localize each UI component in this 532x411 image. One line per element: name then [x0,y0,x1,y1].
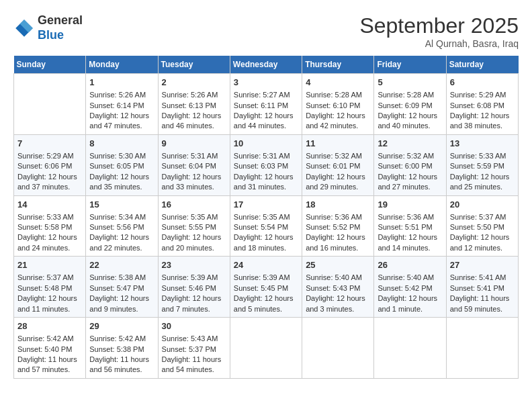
day-number: 12 [378,138,442,150]
day-info: Sunrise: 5:37 AMSunset: 5:50 PMDaylight:… [450,213,510,252]
day-number: 22 [89,259,154,271]
day-info: Sunrise: 5:28 AMSunset: 6:09 PMDaylight:… [378,91,437,130]
day-info: Sunrise: 5:39 AMSunset: 5:45 PMDaylight:… [234,273,294,312]
month-title: September 2025 [359,13,519,38]
day-info: Sunrise: 5:42 AMSunset: 5:38 PMDaylight:… [89,334,149,373]
calendar-cell: 19Sunrise: 5:36 AMSunset: 5:51 PMDayligh… [374,195,446,257]
calendar-cell: 29Sunrise: 5:42 AMSunset: 5:38 PMDayligh… [86,318,158,379]
logo-icon [13,17,35,39]
calendar-cell: 10Sunrise: 5:31 AMSunset: 6:03 PMDayligh… [230,134,302,195]
day-header-thursday: Thursday [302,56,374,74]
logo: General Blue [13,13,83,42]
calendar-week-row: 1Sunrise: 5:26 AMSunset: 6:14 PMDaylight… [14,74,519,135]
day-number: 23 [162,259,226,271]
calendar-cell: 22Sunrise: 5:38 AMSunset: 5:47 PMDayligh… [86,257,158,318]
day-number: 13 [450,138,515,150]
title-block: September 2025 Al Qurnah, Basra, Iraq [359,13,519,49]
day-number: 14 [17,199,82,211]
day-number: 2 [162,77,226,89]
day-number: 16 [162,199,226,211]
day-info: Sunrise: 5:40 AMSunset: 5:42 PMDaylight:… [378,273,437,312]
day-header-saturday: Saturday [446,56,518,74]
calendar-cell: 7Sunrise: 5:29 AMSunset: 6:06 PMDaylight… [14,134,86,195]
day-header-tuesday: Tuesday [158,56,230,74]
day-number: 4 [306,77,370,89]
day-header-monday: Monday [86,56,158,74]
logo-text: General Blue [38,13,83,42]
day-info: Sunrise: 5:35 AMSunset: 5:54 PMDaylight:… [234,213,294,252]
day-number: 19 [378,199,442,211]
day-info: Sunrise: 5:33 AMSunset: 5:58 PMDaylight:… [17,213,77,252]
calendar-cell [302,318,374,379]
day-info: Sunrise: 5:37 AMSunset: 5:48 PMDaylight:… [17,273,77,312]
day-header-sunday: Sunday [14,56,86,74]
day-info: Sunrise: 5:43 AMSunset: 5:37 PMDaylight:… [162,334,222,373]
day-info: Sunrise: 5:32 AMSunset: 6:01 PMDaylight:… [306,152,365,191]
calendar-cell: 18Sunrise: 5:36 AMSunset: 5:52 PMDayligh… [302,195,374,257]
calendar-cell: 30Sunrise: 5:43 AMSunset: 5:37 PMDayligh… [158,318,230,379]
day-info: Sunrise: 5:28 AMSunset: 6:10 PMDaylight:… [306,91,365,130]
calendar-header-row: SundayMondayTuesdayWednesdayThursdayFrid… [14,56,519,74]
day-number: 24 [234,259,298,271]
day-header-friday: Friday [374,56,446,74]
day-number: 20 [450,199,515,211]
day-number: 5 [378,77,442,89]
day-info: Sunrise: 5:27 AMSunset: 6:11 PMDaylight:… [234,91,294,130]
calendar-cell: 4Sunrise: 5:28 AMSunset: 6:10 PMDaylight… [302,74,374,135]
day-number: 11 [306,138,370,150]
page-header: General Blue September 2025 Al Qurnah, B… [13,13,519,49]
calendar-cell: 27Sunrise: 5:41 AMSunset: 5:41 PMDayligh… [446,257,518,318]
day-info: Sunrise: 5:30 AMSunset: 6:05 PMDaylight:… [89,152,149,191]
calendar-cell: 9Sunrise: 5:31 AMSunset: 6:04 PMDaylight… [158,134,230,195]
day-number: 29 [89,320,154,332]
calendar-cell [230,318,302,379]
calendar-cell: 21Sunrise: 5:37 AMSunset: 5:48 PMDayligh… [14,257,86,318]
calendar-cell: 11Sunrise: 5:32 AMSunset: 6:01 PMDayligh… [302,134,374,195]
day-info: Sunrise: 5:36 AMSunset: 5:52 PMDaylight:… [306,213,365,252]
day-info: Sunrise: 5:38 AMSunset: 5:47 PMDaylight:… [89,273,149,312]
day-number: 28 [17,320,82,332]
day-number: 17 [234,199,298,211]
calendar-cell: 24Sunrise: 5:39 AMSunset: 5:45 PMDayligh… [230,257,302,318]
calendar-week-row: 14Sunrise: 5:33 AMSunset: 5:58 PMDayligh… [14,195,519,257]
day-number: 1 [89,77,154,89]
day-number: 21 [17,259,82,271]
calendar-cell [374,318,446,379]
calendar-cell: 26Sunrise: 5:40 AMSunset: 5:42 PMDayligh… [374,257,446,318]
calendar-week-row: 21Sunrise: 5:37 AMSunset: 5:48 PMDayligh… [14,257,519,318]
day-number: 8 [89,138,154,150]
day-number: 30 [162,320,226,332]
calendar-cell: 1Sunrise: 5:26 AMSunset: 6:14 PMDaylight… [86,74,158,135]
day-info: Sunrise: 5:31 AMSunset: 6:04 PMDaylight:… [162,152,222,191]
day-info: Sunrise: 5:33 AMSunset: 5:59 PMDaylight:… [450,152,510,191]
day-number: 10 [234,138,298,150]
day-number: 3 [234,77,298,89]
day-number: 7 [17,138,82,150]
calendar-cell [14,74,86,135]
day-number: 6 [450,77,515,89]
location: Al Qurnah, Basra, Iraq [359,38,519,49]
calendar-cell: 3Sunrise: 5:27 AMSunset: 6:11 PMDaylight… [230,74,302,135]
calendar-week-row: 28Sunrise: 5:42 AMSunset: 5:40 PMDayligh… [14,318,519,379]
calendar-cell: 14Sunrise: 5:33 AMSunset: 5:58 PMDayligh… [14,195,86,257]
day-info: Sunrise: 5:29 AMSunset: 6:08 PMDaylight:… [450,91,510,130]
day-info: Sunrise: 5:39 AMSunset: 5:46 PMDaylight:… [162,273,222,312]
calendar-cell: 6Sunrise: 5:29 AMSunset: 6:08 PMDaylight… [446,74,518,135]
day-info: Sunrise: 5:32 AMSunset: 6:00 PMDaylight:… [378,152,437,191]
day-number: 9 [162,138,226,150]
calendar-cell: 12Sunrise: 5:32 AMSunset: 6:00 PMDayligh… [374,134,446,195]
day-header-wednesday: Wednesday [230,56,302,74]
day-number: 15 [89,199,154,211]
calendar-cell: 20Sunrise: 5:37 AMSunset: 5:50 PMDayligh… [446,195,518,257]
day-info: Sunrise: 5:40 AMSunset: 5:43 PMDaylight:… [306,273,365,312]
day-info: Sunrise: 5:41 AMSunset: 5:41 PMDaylight:… [450,273,510,312]
day-number: 26 [378,259,442,271]
day-info: Sunrise: 5:26 AMSunset: 6:14 PMDaylight:… [89,91,149,130]
day-info: Sunrise: 5:29 AMSunset: 6:06 PMDaylight:… [17,152,77,191]
day-info: Sunrise: 5:35 AMSunset: 5:55 PMDaylight:… [162,213,222,252]
calendar-cell: 15Sunrise: 5:34 AMSunset: 5:56 PMDayligh… [86,195,158,257]
calendar-cell: 25Sunrise: 5:40 AMSunset: 5:43 PMDayligh… [302,257,374,318]
calendar-cell: 2Sunrise: 5:26 AMSunset: 6:13 PMDaylight… [158,74,230,135]
day-info: Sunrise: 5:31 AMSunset: 6:03 PMDaylight:… [234,152,294,191]
calendar-week-row: 7Sunrise: 5:29 AMSunset: 6:06 PMDaylight… [14,134,519,195]
